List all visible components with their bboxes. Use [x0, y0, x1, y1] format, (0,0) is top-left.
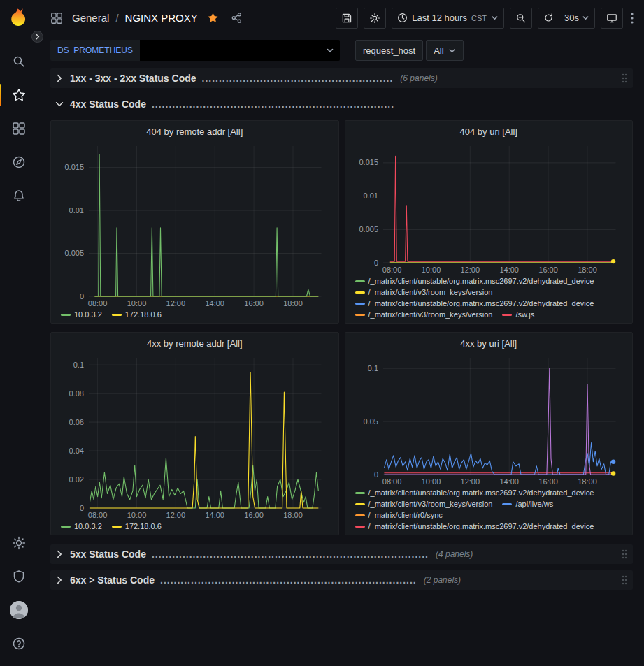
- legend-label: 172.18.0.6: [125, 310, 162, 319]
- row-6xx-status-code[interactable]: 6xx > Status Code ......................…: [50, 570, 633, 590]
- sidebar-item-alerting[interactable]: [0, 179, 38, 212]
- refresh-button[interactable]: [538, 8, 559, 28]
- sidebar-item-dashboards[interactable]: [0, 112, 38, 145]
- grafana-logo[interactable]: [7, 6, 31, 29]
- favorite-star-button[interactable]: [204, 9, 222, 27]
- chevron-right-icon: [55, 73, 64, 83]
- legend: 10.0.3.2 172.18.0.6: [58, 520, 331, 530]
- timeseries-chart[interactable]: 00.0050.010.01508:0010:0012:0014:0016:00…: [352, 140, 626, 275]
- refresh-interval-dropdown[interactable]: 30s: [559, 8, 594, 28]
- gear-icon: [369, 13, 380, 24]
- legend-item[interactable]: 10.0.3.2: [61, 522, 102, 530]
- legend-swatch: [355, 280, 365, 282]
- panel-404-by-uri: 404 by uri [All] 00.0050.010.01508:0010:…: [345, 120, 634, 324]
- svg-text:0.02: 0.02: [69, 475, 84, 484]
- svg-text:0: 0: [373, 470, 378, 479]
- svg-text:10:00: 10:00: [421, 266, 441, 274]
- timeseries-chart[interactable]: 00.020.040.060.080.108:0010:0012:0014:00…: [58, 352, 331, 520]
- svg-text:0: 0: [80, 504, 84, 512]
- tv-mode-button[interactable]: [601, 8, 623, 29]
- sidebar: [0, 0, 38, 666]
- row-5xx-status-code[interactable]: 5xx Status Code ........................…: [50, 544, 633, 564]
- row-panel-count: (6 panels): [400, 73, 437, 83]
- legend-item[interactable]: /_matrix/client/unstable/org.matrix.msc2…: [355, 299, 594, 307]
- datasource-variable-select[interactable]: [140, 40, 340, 61]
- legend-item[interactable]: /_matrix/client/unstable/org.matrix.msc2…: [355, 277, 594, 285]
- svg-text:0.06: 0.06: [69, 418, 84, 426]
- compass-explore-icon: [12, 155, 26, 169]
- row-title: 1xx - 3xx - 2xx Status Code: [70, 73, 196, 84]
- legend: /_matrix/client/unstable/org.matrix.msc2…: [352, 486, 626, 530]
- svg-text:0.005: 0.005: [359, 225, 378, 233]
- svg-text:14:00: 14:00: [205, 511, 224, 519]
- refresh-interval-value: 30s: [564, 13, 579, 23]
- legend-label: /sw.js: [515, 310, 534, 319]
- sidebar-item-starred[interactable]: [0, 78, 38, 112]
- sidebar-bottom-nav: [0, 526, 38, 660]
- legend-swatch: [61, 526, 71, 528]
- svg-text:18:00: 18:00: [283, 511, 303, 519]
- legend-item[interactable]: /_matrix/client/v3/room_keys/version: [355, 500, 493, 508]
- svg-text:0.015: 0.015: [359, 158, 378, 166]
- legend-swatch: [61, 314, 71, 316]
- sidebar-expand-button[interactable]: [31, 31, 43, 43]
- svg-text:10:00: 10:00: [421, 477, 441, 486]
- panel-title[interactable]: 404 by remote addr [All]: [58, 124, 331, 140]
- legend-item[interactable]: /_matrix/client/r0/sync: [355, 511, 443, 519]
- legend-label: /_matrix/client/unstable/org.matrix.msc2…: [368, 299, 594, 307]
- drag-handle-icon: [622, 73, 627, 83]
- sidebar-item-profile[interactable]: [0, 593, 38, 627]
- active-indicator: [0, 84, 1, 106]
- legend-item[interactable]: /_matrix/client/v3/room_keys/version: [355, 288, 493, 296]
- save-dashboard-button[interactable]: [336, 8, 358, 29]
- breadcrumb-folder[interactable]: General: [72, 12, 109, 24]
- svg-text:10:00: 10:00: [127, 511, 147, 519]
- svg-text:16:00: 16:00: [244, 299, 264, 307]
- panel-4xx-by-uri: 4xx by uri [All] 00.050.108:0010:0012:00…: [345, 332, 634, 535]
- row-drag-handle[interactable]: [622, 73, 627, 83]
- sidebar-item-server-admin[interactable]: [0, 560, 38, 593]
- avatar: [10, 601, 28, 619]
- dashboard-settings-button[interactable]: [364, 8, 386, 29]
- timeseries-chart[interactable]: 00.0050.010.01508:0010:0012:0014:0016:00…: [58, 140, 331, 308]
- legend-swatch: [355, 514, 365, 516]
- legend-item[interactable]: 10.0.3.2: [61, 310, 102, 319]
- legend-item[interactable]: /api/live/ws: [502, 500, 553, 508]
- panel-title[interactable]: 4xx by remote addr [All]: [58, 335, 331, 352]
- dashboard-title[interactable]: NGINX PROXY: [125, 12, 198, 24]
- svg-text:14:00: 14:00: [499, 266, 519, 274]
- row-drag-handle[interactable]: [622, 575, 627, 585]
- sidebar-item-explore[interactable]: [0, 145, 38, 179]
- legend-item[interactable]: 172.18.0.6: [112, 522, 162, 530]
- timeseries-chart[interactable]: 00.050.108:0010:0012:0014:0016:0018:00: [352, 352, 626, 486]
- panel-title[interactable]: 404 by uri [All]: [352, 124, 626, 140]
- time-range-picker[interactable]: Last 12 hours CST: [392, 8, 504, 29]
- legend-item[interactable]: /_matrix/client/unstable/org.matrix.msc2…: [355, 522, 594, 530]
- share-button[interactable]: [228, 9, 245, 27]
- svg-text:0: 0: [80, 292, 84, 301]
- datasource-variable-label: DS_PROMETHEUS: [50, 40, 140, 61]
- sidebar-item-settings[interactable]: [0, 526, 38, 560]
- datasource-variable: DS_PROMETHEUS: [50, 40, 340, 61]
- more-options-button[interactable]: [629, 10, 636, 27]
- row-4xx-status-code[interactable]: 4xx Status Code ........................…: [50, 94, 633, 114]
- zoom-out-time-button[interactable]: [510, 8, 532, 29]
- legend-swatch: [112, 314, 122, 316]
- sidebar-nav: [0, 45, 38, 212]
- panel-title[interactable]: 4xx by uri [All]: [352, 335, 626, 352]
- legend-item[interactable]: /_matrix/client/v3/room_keys/version: [355, 310, 493, 319]
- sidebar-item-search[interactable]: [0, 45, 38, 78]
- row-1xx-3xx-2xx-status-code[interactable]: 1xx - 3xx - 2xx Status Code ............…: [50, 68, 633, 88]
- legend-item[interactable]: 172.18.0.6: [112, 310, 162, 319]
- chevron-down-icon: [491, 14, 499, 22]
- row-title-dots: ........................................…: [160, 574, 417, 586]
- legend-item[interactable]: /_matrix/client/unstable/org.matrix.msc2…: [355, 488, 594, 497]
- legend-label: /_matrix/client/r0/sync: [368, 511, 443, 519]
- row-drag-handle[interactable]: [622, 549, 627, 559]
- sidebar-item-help[interactable]: [0, 627, 38, 660]
- help-icon: [12, 637, 26, 651]
- row-title-dots: ........................................…: [152, 549, 429, 560]
- request-host-variable-select[interactable]: All: [426, 40, 463, 61]
- legend-item[interactable]: /sw.js: [502, 310, 534, 319]
- chevron-down-icon: [326, 46, 334, 55]
